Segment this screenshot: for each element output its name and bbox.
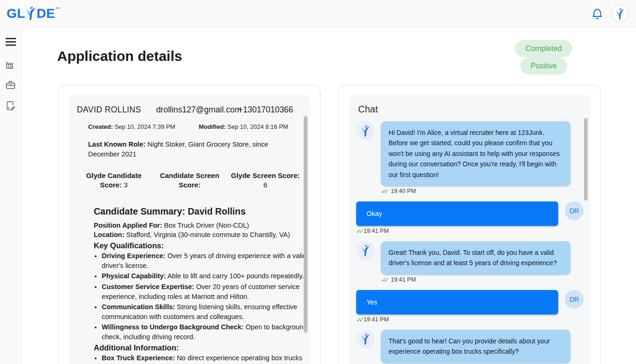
status-badges: Completed Positive <box>509 40 579 74</box>
message-bubble: That's good to hear! Can you provide det… <box>381 330 570 363</box>
glyde-person-icon <box>360 125 371 137</box>
double-check-icon: ✓✓ <box>356 228 362 235</box>
glyde-person-icon <box>25 6 37 20</box>
modified-label: Modified: <box>199 123 226 130</box>
position-label: Position Applied For: <box>94 222 162 229</box>
message-timestamp: 19:41 PM <box>364 228 389 234</box>
chat-message-bot: That's good to hear! Can you provide det… <box>356 330 584 363</box>
sidebar-item-companies[interactable] <box>5 58 17 70</box>
list-item: Communication Skills: Strong listening s… <box>102 302 308 321</box>
score-row: Glyde Candidate Score: 3 Candidate Scree… <box>76 171 303 190</box>
bell-icon <box>591 7 604 20</box>
additional-information-heading: Additional Information: <box>94 343 308 352</box>
briefcase-icon <box>5 79 16 91</box>
glyde-screen-score: Glyde Screen Score: 6 <box>230 171 300 190</box>
location: Location: Stafford, Virginia (30-minute … <box>94 230 308 239</box>
list-item: Customer Service Expertise: Over 20 year… <box>102 282 308 301</box>
message-bubble: Great! Thank you, David. To start off, d… <box>381 241 570 275</box>
candidate-screen-score: Candidate Screen Score: <box>154 171 224 190</box>
qualifications-list: Driving Experience: Over 5 years of driv… <box>102 251 308 342</box>
score-value: 6 <box>263 181 267 189</box>
bot-avatar <box>356 121 375 140</box>
chat-message-user: Yes DR <box>356 290 584 314</box>
candidate-name: DAVID ROLLINS <box>77 105 141 115</box>
glyde-candidate-score: Glyde Candidate Score: 3 <box>79 171 149 190</box>
user-initials-avatar: DR <box>565 290 584 309</box>
menu-toggle-button[interactable] <box>5 36 17 48</box>
glyde-logo[interactable]: GL DE ™ <box>7 6 60 22</box>
double-check-icon: ✓✓ <box>381 276 387 283</box>
additional-list: Box Truck Experience: No direct experien… <box>102 353 308 363</box>
modified-field: Modified: Sep 10, 2024 8:16 PM <box>199 123 288 130</box>
candidate-card: DAVID ROLLINS drollins127@gmail.com +130… <box>58 85 321 364</box>
page-title: Application details <box>57 48 182 64</box>
created-label: Created: <box>88 123 113 130</box>
message-bubble: Okay <box>356 201 558 226</box>
message-meta: ✓✓ 19:41 PM <box>381 276 584 283</box>
created-field: Created: Sep 10, 2024 7:39 PM <box>76 123 199 130</box>
logo-text-post: DE <box>37 6 55 22</box>
chat-title: Chat <box>356 101 584 121</box>
chat-scrollbar[interactable] <box>584 118 588 201</box>
message-meta: ✓✓ 19:41 PM <box>356 228 584 235</box>
message-timestamp: 19:41 PM <box>391 276 416 283</box>
modified-value: Sep 10, 2024 8:16 PM <box>227 123 288 130</box>
clipboard-edit-icon <box>5 100 16 111</box>
score-label: Glyde Screen Score: <box>231 171 300 179</box>
message-timestamp: 19:41 PM <box>364 316 389 323</box>
chat-card: Chat Hi David! I'm Alice, a virtual recr… <box>338 85 601 364</box>
top-bar-actions <box>590 5 629 22</box>
last-known-role: Last Known Role: Night Stoker, Giant Gro… <box>88 140 287 159</box>
summary-title: Candidate Summary: David Rollins <box>94 206 308 217</box>
glyde-person-icon <box>360 333 371 345</box>
message-bubble: Yes <box>356 290 558 314</box>
message-bubble: Hi David! I'm Alice, a virtual recruiter… <box>381 121 570 186</box>
menu-icon <box>6 37 16 46</box>
logo-trademark: ™ <box>55 7 60 11</box>
list-item: Driving Experience: Over 5 years of driv… <box>102 251 308 270</box>
position-applied: Position Applied For: Box Truck Driver (… <box>94 221 308 230</box>
message-meta: ✓✓ 19:40 PM <box>381 188 584 195</box>
chat-message-bot: Hi David! I'm Alice, a virtual recruiter… <box>356 121 584 186</box>
last-known-role-label: Last Known Role: <box>88 141 145 148</box>
notifications-button[interactable] <box>590 7 604 21</box>
top-bar: GL DE ™ <box>0 0 636 27</box>
user-avatar[interactable] <box>612 5 629 22</box>
location-label: Location: <box>94 231 124 238</box>
score-value: 3 <box>124 181 127 189</box>
logo-text-pre: GL <box>7 6 25 22</box>
candidate-email: drollins127@gmail.com <box>156 105 241 115</box>
list-item: Box Truck Experience: No direct experien… <box>102 353 308 363</box>
list-item: Willingness to Undergo Background Check:… <box>102 322 308 342</box>
sidebar-item-applications[interactable] <box>5 99 17 111</box>
bot-avatar <box>356 330 375 349</box>
industry-chart-icon <box>5 59 16 70</box>
location-value: Stafford, Virginia (30-minute commute to… <box>126 231 290 238</box>
status-badge-positive: Positive <box>520 57 567 74</box>
user-initials-avatar: DR <box>565 201 584 220</box>
glyde-person-icon <box>615 8 625 20</box>
candidate-scroll-area[interactable]: DAVID ROLLINS drollins127@gmail.com +130… <box>69 95 310 364</box>
chat-message-user: Okay DR <box>356 201 584 226</box>
candidate-meta: Created: Sep 10, 2024 7:39 PM Modified: … <box>76 123 303 130</box>
score-label: Candidate Screen Score: <box>160 171 219 189</box>
message-meta: ✓✓ 19:41 PM <box>356 316 584 323</box>
chat-scroll-area[interactable]: Chat Hi David! I'm Alice, a virtual recr… <box>350 95 590 364</box>
position-value: Box Truck Driver (Non-CDL) <box>164 222 249 229</box>
main-panel: Application details Completed Positive D… <box>21 27 636 364</box>
glyde-person-icon <box>360 245 371 256</box>
list-item: Physical Capability: Able to lift and ca… <box>102 271 308 281</box>
candidate-scrollbar[interactable] <box>304 116 307 333</box>
candidate-summary: Candidate Summary: David Rollins Positio… <box>94 206 308 363</box>
key-qualifications-heading: Key Qualifications: <box>94 241 308 250</box>
created-value: Sep 10, 2024 7:39 PM <box>114 123 175 130</box>
message-timestamp: 19:40 PM <box>391 188 416 194</box>
double-check-icon: ✓✓ <box>356 316 362 323</box>
double-check-icon: ✓✓ <box>381 188 387 195</box>
candidate-header: DAVID ROLLINS drollins127@gmail.com +130… <box>76 101 303 115</box>
score-label: Glyde Candidate Score: <box>86 171 142 189</box>
bot-avatar <box>356 241 375 260</box>
sidebar-item-jobs[interactable] <box>5 79 17 91</box>
sidebar <box>0 27 21 364</box>
status-badge-completed: Completed <box>515 40 572 57</box>
